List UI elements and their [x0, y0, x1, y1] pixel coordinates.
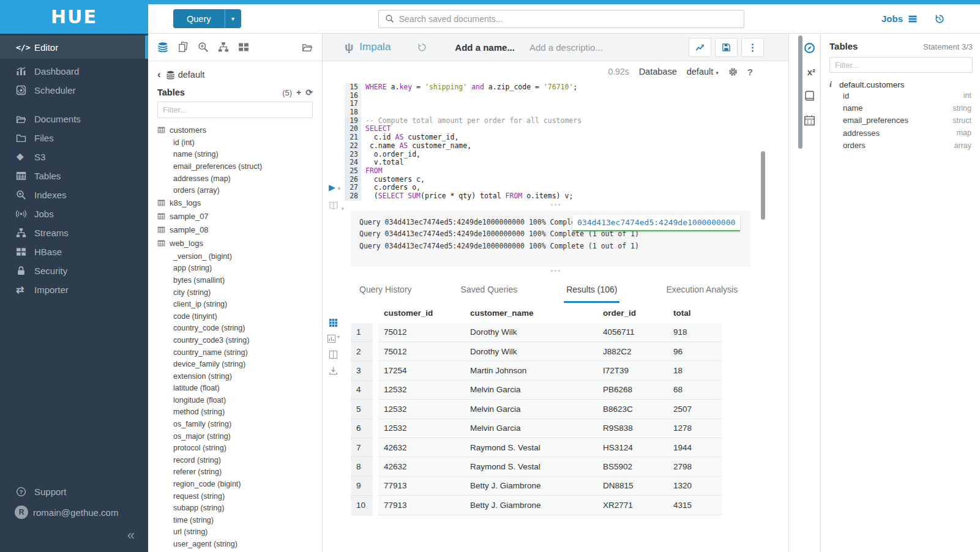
sidebar-item-editor[interactable]: </>Editor	[0, 35, 148, 59]
save-button[interactable]	[715, 38, 738, 57]
column-entry[interactable]: client_ip (string)	[157, 298, 322, 310]
query-id-link[interactable]: 034d413ec7474ed5:4249de1000000000	[572, 215, 740, 232]
folder-open-icon[interactable]	[302, 42, 313, 53]
table-row[interactable]: 612532Melvin GarciaR9S8381278	[351, 419, 722, 438]
right-column-entry-email_preferences[interactable]: email_preferencesstruct	[829, 114, 973, 127]
sidebar-item-files[interactable]: Files	[0, 129, 148, 147]
column-entry[interactable]: addresses (map)	[157, 173, 322, 185]
documentation-book-icon[interactable]: ▾	[329, 201, 344, 213]
jobs-link[interactable]: Jobs	[881, 13, 903, 24]
table-row[interactable]: 742632Raymond S. VestalHS31241944	[351, 438, 722, 457]
table-entry-sample_08[interactable]: sample_08	[157, 223, 322, 237]
sidebar-item-documents[interactable]: Documents	[0, 110, 148, 129]
help-icon[interactable]: ?	[747, 67, 753, 77]
tables-filter-input[interactable]	[157, 102, 313, 118]
sidebar-item-importer[interactable]: ⇄Importer	[0, 280, 148, 299]
column-entry[interactable]: time (string)	[157, 514, 322, 526]
execute-button[interactable]: ▶ ▾	[329, 183, 340, 193]
col-header[interactable]: customer_name	[470, 308, 603, 318]
right-column-entry-id[interactable]: idint	[829, 89, 973, 102]
right-filter-input[interactable]	[829, 57, 973, 73]
column-entry[interactable]: city (string)	[157, 286, 322, 299]
resize-handle[interactable]	[323, 201, 788, 209]
jobs-list-icon[interactable]	[908, 14, 918, 24]
schedule-calendar-icon[interactable]	[804, 114, 815, 126]
new-query-button[interactable]: Query ▾	[173, 9, 241, 28]
table-row[interactable]: 175012Dorothy Wilk4056711918	[351, 323, 722, 342]
sidebar-item-security[interactable]: Security	[0, 261, 148, 280]
column-entry[interactable]: orders (array)	[157, 184, 322, 196]
column-entry[interactable]: protocol (string)	[157, 442, 322, 454]
back-chevron-icon[interactable]: ‹	[157, 69, 161, 81]
sidebar-item-indexes[interactable]: Indexes	[0, 185, 148, 204]
col-header[interactable]: order_id	[603, 308, 673, 318]
search-input[interactable]	[399, 14, 738, 24]
col-header[interactable]: total	[673, 308, 719, 318]
table-entry-sample_07[interactable]: sample_07	[157, 210, 322, 223]
column-entry[interactable]: extension (string)	[157, 370, 322, 382]
tab-query-history[interactable]: Query History	[357, 281, 414, 303]
table-row[interactable]: 842632Raymond S. VestalBS59022798	[351, 457, 722, 476]
resize-handle-2[interactable]	[323, 267, 788, 275]
column-entry[interactable]: country_code (string)	[157, 323, 322, 335]
tab-saved-queries[interactable]: Saved Queries	[458, 281, 520, 303]
sidebar-item-hbase[interactable]: HBase	[0, 242, 148, 261]
table-row[interactable]: 1077913Betty J. GiambroneXR27714315	[351, 496, 722, 515]
history-icon[interactable]	[935, 14, 944, 24]
sidebar-collapse-icon[interactable]: «	[0, 523, 148, 546]
column-entry[interactable]: region_code (bigint)	[157, 478, 322, 490]
settings-gear-icon[interactable]	[728, 67, 738, 76]
page-scrollbar[interactable]	[798, 35, 802, 149]
sidebar-item-support[interactable]: ? Support	[0, 481, 148, 502]
databases-icon[interactable]	[157, 42, 168, 53]
hue-logo[interactable]: HUE	[0, 0, 148, 34]
sidebar-item-tables[interactable]: Tables	[0, 166, 148, 185]
table-entry-web_logs[interactable]: web_logs	[157, 237, 322, 250]
documents-copy-icon[interactable]	[178, 42, 189, 53]
add-table-icon[interactable]: +	[296, 88, 301, 97]
sidebar-item-user[interactable]: R romain@gethue.com	[0, 502, 148, 523]
column-entry[interactable]: referer (string)	[157, 466, 322, 479]
column-entry[interactable]: url (string)	[157, 526, 322, 539]
chart-view-icon[interactable]: ▾	[327, 334, 340, 343]
column-entry[interactable]: _version_ (bigint)	[157, 250, 322, 263]
more-actions-button[interactable]: ⋮	[741, 38, 764, 57]
download-icon[interactable]	[329, 366, 338, 375]
language-reference-icon[interactable]	[804, 90, 815, 102]
tab-results-106-[interactable]: Results (106)	[564, 281, 619, 303]
table-row[interactable]: 512532Melvin GarciaB8623C2507	[351, 400, 722, 419]
table-row[interactable]: 412532Melvin GarciaPB626868	[351, 381, 722, 400]
query-description-field[interactable]: Add a descriptio...	[529, 42, 603, 53]
column-entry[interactable]: country_code3 (string)	[157, 334, 322, 346]
column-entry[interactable]: request (string)	[157, 490, 322, 502]
query-dropdown-caret-icon[interactable]: ▾	[225, 9, 241, 28]
column-entry[interactable]: subapp (string)	[157, 502, 322, 514]
column-entry[interactable]: latitude (float)	[157, 382, 322, 395]
column-entry[interactable]: user_agent (string)	[157, 538, 322, 550]
right-column-entry-name[interactable]: namestring	[829, 102, 973, 114]
table-entry-k8s_logs[interactable]: k8s_logs	[157, 196, 322, 210]
functions-icon[interactable]: x²	[807, 67, 815, 77]
tab-execution-analysis[interactable]: Execution Analysis	[664, 281, 740, 303]
column-entry[interactable]: os_major (string)	[157, 430, 322, 442]
active-table-row[interactable]: i default.customers	[829, 80, 973, 89]
sidebar-item-s3[interactable]: ❖S3	[0, 147, 148, 166]
column-entry[interactable]: app (string)	[157, 263, 322, 275]
code-editor[interactable]: 15WHERE a.key = 'shipping' and a.zip_cod…	[345, 83, 788, 201]
editor-scrollbar[interactable]	[761, 151, 765, 220]
query-name-field[interactable]: Add a name...	[455, 42, 515, 53]
refresh-icon[interactable]: ⟳	[305, 88, 313, 97]
column-entry[interactable]: record (string)	[157, 454, 322, 466]
query-history-icon[interactable]	[417, 43, 427, 52]
sidebar-item-streams[interactable]: Streams	[0, 223, 148, 242]
engine-name[interactable]: Impala	[359, 41, 391, 53]
right-column-entry-addresses[interactable]: addressesmap	[829, 127, 973, 139]
sidebar-item-scheduler[interactable]: Scheduler	[0, 81, 148, 100]
column-entry[interactable]: code (tinyint)	[157, 310, 322, 323]
col-header[interactable]: customer_id	[378, 308, 470, 318]
query-button-label[interactable]: Query	[173, 9, 225, 28]
database-name[interactable]: default	[178, 70, 205, 80]
table-entry-customers[interactable]: customers	[157, 123, 322, 136]
column-entry[interactable]: os_family (string)	[157, 418, 322, 430]
chart-button[interactable]	[689, 38, 711, 57]
